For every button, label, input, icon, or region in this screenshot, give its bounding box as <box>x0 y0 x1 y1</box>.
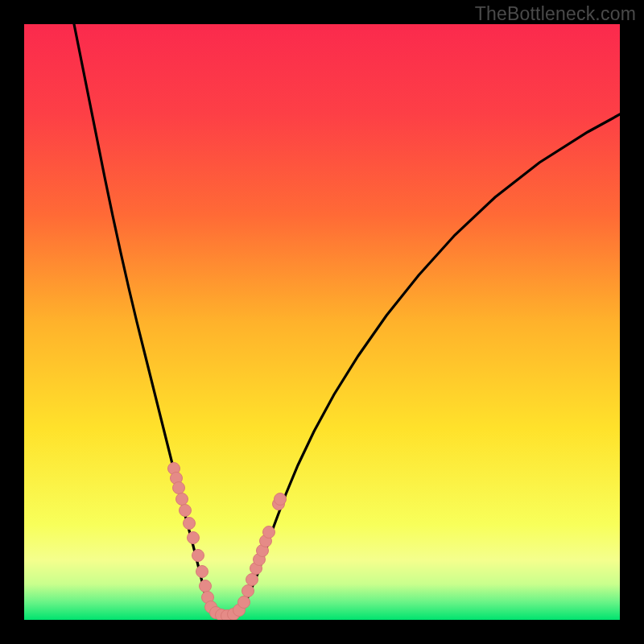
chart-svg <box>24 24 620 620</box>
data-marker <box>263 526 275 539</box>
plot-area <box>24 24 620 620</box>
data-marker <box>275 493 287 506</box>
watermark-text: TheBottleneck.com <box>475 3 636 25</box>
data-marker <box>188 532 200 544</box>
data-marker <box>238 597 250 609</box>
data-marker <box>176 493 188 506</box>
gradient-background <box>24 24 620 620</box>
data-marker <box>196 566 208 578</box>
data-marker <box>192 550 204 562</box>
data-marker <box>246 574 258 586</box>
data-marker <box>180 505 192 517</box>
data-marker <box>173 482 185 494</box>
data-marker <box>184 518 196 530</box>
data-marker <box>200 580 212 592</box>
chart-frame: TheBottleneck.com <box>0 0 644 644</box>
data-marker <box>242 585 254 597</box>
